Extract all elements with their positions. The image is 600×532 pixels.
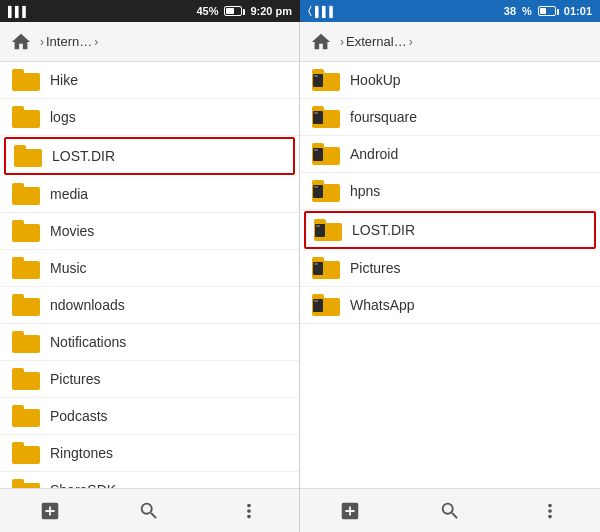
- svg-rect-17: [12, 368, 24, 374]
- right-add-button[interactable]: [328, 489, 372, 533]
- main-content: › Intern… › Hike logs LOST.DIR media Mov…: [0, 22, 600, 532]
- list-item[interactable]: Music: [0, 250, 299, 287]
- file-name: Movies: [50, 223, 94, 239]
- left-status-icons: ▌▌▌: [8, 6, 29, 17]
- list-item[interactable]: HookUp: [300, 62, 600, 99]
- home-icon-left: [10, 31, 32, 53]
- svg-rect-45: [314, 186, 318, 188]
- folder-icon: [12, 368, 40, 390]
- folder-icon: [312, 180, 340, 202]
- file-name: Pictures: [350, 260, 401, 276]
- left-more-button[interactable]: [227, 489, 271, 533]
- list-item[interactable]: foursquare: [300, 99, 600, 136]
- svg-rect-14: [12, 335, 40, 353]
- file-name: Music: [50, 260, 87, 276]
- folder-icon: [12, 405, 40, 427]
- svg-rect-11: [12, 257, 24, 263]
- list-item[interactable]: Pictures: [300, 250, 600, 287]
- file-name: HookUp: [350, 72, 401, 88]
- svg-rect-5: [14, 145, 26, 151]
- right-status-bar: 〈 ▌▌▌ 38% 01:01: [300, 0, 600, 22]
- svg-rect-9: [12, 220, 24, 226]
- file-name: Android: [350, 146, 398, 162]
- status-bars: ▌▌▌ 45% 9:20 pm 〈 ▌▌▌ 38% 01:01: [0, 0, 600, 22]
- folder-icon: [314, 219, 342, 241]
- list-item[interactable]: hpns: [300, 173, 600, 210]
- svg-rect-4: [14, 149, 42, 167]
- left-status-bar: ▌▌▌ 45% 9:20 pm: [0, 0, 300, 22]
- right-file-list[interactable]: HookUp foursquare Android hpns LOST.DIR: [300, 62, 600, 488]
- list-item[interactable]: Notifications: [0, 324, 299, 361]
- list-item[interactable]: Hike: [0, 62, 299, 99]
- left-file-list[interactable]: Hike logs LOST.DIR media Movies Music nd…: [0, 62, 299, 488]
- folder-icon: [12, 331, 40, 353]
- file-name: media: [50, 186, 88, 202]
- right-breadcrumb-arrow: ›: [340, 35, 344, 49]
- svg-rect-2: [12, 110, 40, 128]
- list-item[interactable]: logs: [0, 99, 299, 136]
- svg-rect-7: [12, 183, 24, 189]
- svg-rect-16: [12, 372, 40, 390]
- file-name: LOST.DIR: [352, 222, 415, 238]
- folder-icon: [312, 106, 340, 128]
- right-more-button[interactable]: [528, 489, 572, 533]
- battery-percent-right: 38: [504, 5, 516, 17]
- left-toolbar: [0, 488, 299, 532]
- file-name: foursquare: [350, 109, 417, 125]
- folder-icon: [312, 69, 340, 91]
- folder-icon: [12, 294, 40, 316]
- svg-rect-6: [12, 187, 40, 205]
- file-name: Notifications: [50, 334, 126, 350]
- battery-icon-right: [538, 6, 556, 16]
- list-item[interactable]: Android: [300, 136, 600, 173]
- right-panel: › External… › HookUp foursquare Android: [300, 22, 600, 532]
- right-toolbar: [300, 488, 600, 532]
- list-item[interactable]: WhatsApp: [300, 287, 600, 324]
- list-item[interactable]: Ringtones: [0, 435, 299, 472]
- left-search-button[interactable]: [127, 489, 171, 533]
- list-item[interactable]: LOST.DIR: [4, 137, 295, 175]
- left-breadcrumb-path: Intern…: [46, 34, 92, 49]
- list-item[interactable]: Podcasts: [0, 398, 299, 435]
- svg-rect-20: [12, 446, 40, 464]
- left-add-button[interactable]: [28, 489, 72, 533]
- list-item[interactable]: Pictures: [0, 361, 299, 398]
- right-breadcrumb-path: External…: [346, 34, 407, 49]
- time-right: 01:01: [564, 5, 592, 17]
- home-icon-right: [310, 31, 332, 53]
- svg-rect-23: [12, 479, 24, 485]
- svg-rect-53: [314, 263, 318, 265]
- file-name: Pictures: [50, 371, 101, 387]
- time-left: 9:20 pm: [250, 5, 292, 17]
- file-name: Podcasts: [50, 408, 108, 424]
- left-panel: › Intern… › Hike logs LOST.DIR media Mov…: [0, 22, 300, 532]
- list-item[interactable]: ShareSDK: [0, 472, 299, 488]
- right-search-button[interactable]: [428, 489, 472, 533]
- battery-icon-left: [224, 6, 242, 16]
- list-item[interactable]: ndownloads: [0, 287, 299, 324]
- list-item[interactable]: Movies: [0, 213, 299, 250]
- file-name: logs: [50, 109, 76, 125]
- svg-rect-0: [12, 73, 40, 91]
- svg-rect-1: [12, 69, 24, 75]
- folder-icon: [12, 257, 40, 279]
- right-breadcrumb: › External… ›: [300, 22, 600, 62]
- folder-icon: [12, 106, 40, 128]
- svg-rect-57: [314, 300, 318, 302]
- file-name: Ringtones: [50, 445, 113, 461]
- svg-rect-33: [314, 75, 318, 77]
- left-breadcrumb-arrow: ›: [40, 35, 44, 49]
- svg-rect-18: [12, 409, 40, 427]
- svg-rect-41: [314, 149, 318, 151]
- folder-icon: [12, 183, 40, 205]
- list-item[interactable]: LOST.DIR: [304, 211, 596, 249]
- list-item[interactable]: media: [0, 176, 299, 213]
- signal-icon-right: ▌▌▌: [315, 6, 336, 17]
- svg-rect-8: [12, 224, 40, 242]
- file-name: hpns: [350, 183, 380, 199]
- right-breadcrumb-arrow2: ›: [409, 35, 413, 49]
- folder-icon: [14, 145, 42, 167]
- folder-icon: [12, 69, 40, 91]
- folder-icon: [12, 479, 40, 488]
- svg-rect-21: [12, 442, 24, 448]
